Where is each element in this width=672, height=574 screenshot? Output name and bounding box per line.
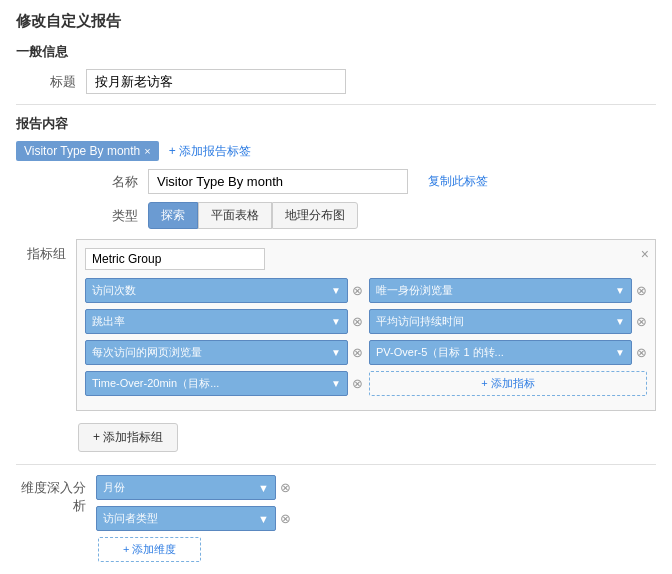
dim-remove-0[interactable]: ⊗ [280,480,291,495]
divider-1 [16,104,656,105]
metric-item-3: 平均访问持续时间 ▼ ⊗ [369,309,647,334]
metric-remove-4[interactable]: ⊗ [352,345,363,360]
name-label: 名称 [78,173,138,191]
metric-group-name-input[interactable] [85,248,265,270]
chevron-down-icon: ▼ [615,285,625,296]
add-metric-cell: + 添加指标 [369,371,647,396]
type-label: 类型 [78,207,138,225]
dim-select-0[interactable]: 月份 ▼ [96,475,276,500]
name-input[interactable] [148,169,408,194]
metric-remove-1[interactable]: ⊗ [636,283,647,298]
name-row: 名称 复制此标签 [78,169,656,194]
metric-remove-5[interactable]: ⊗ [636,345,647,360]
metric-group-box: × 访问次数 ▼ ⊗ 唯一身份浏览量 ▼ [76,239,656,411]
title-label: 标题 [16,73,76,91]
metric-group-close-icon[interactable]: × [641,246,649,262]
general-section-title: 一般信息 [16,43,656,61]
tab-tag-label: Visitor Type By month [24,144,140,158]
add-dim-row: + 添加维度 [96,537,656,562]
type-btn-1[interactable]: 平面表格 [198,202,272,229]
page-title: 修改自定义报告 [16,12,656,31]
dim-remove-1[interactable]: ⊗ [280,511,291,526]
dim-row-1: 访问者类型 ▼ ⊗ [96,506,656,531]
metric-select-2[interactable]: 跳出率 ▼ [85,309,348,334]
metric-select-6[interactable]: Time-Over-20min（目标... ▼ [85,371,348,396]
metric-item-6: Time-Over-20min（目标... ▼ ⊗ [85,371,363,396]
tab-tag[interactable]: Visitor Type By month × [16,141,159,161]
copy-link[interactable]: 复制此标签 [428,173,488,190]
metric-remove-3[interactable]: ⊗ [636,314,647,329]
metric-item-1: 唯一身份浏览量 ▼ ⊗ [369,278,647,303]
report-content-section: 报告内容 Visitor Type By month × + 添加报告标签 名称… [16,115,656,574]
type-btn-0[interactable]: 探索 [148,202,198,229]
add-tag-link[interactable]: + 添加报告标签 [169,143,251,160]
metric-select-3[interactable]: 平均访问持续时间 ▼ [369,309,632,334]
dim-row-0: 月份 ▼ ⊗ [96,475,656,500]
metric-remove-2[interactable]: ⊗ [352,314,363,329]
add-metric-button[interactable]: + 添加指标 [369,371,647,396]
type-row: 类型 探索 平面表格 地理分布图 [78,202,656,229]
metric-item-4: 每次访问的网页浏览量 ▼ ⊗ [85,340,363,365]
metric-item-0: 访问次数 ▼ ⊗ [85,278,363,303]
add-dim-button[interactable]: + 添加维度 [98,537,201,562]
metric-remove-0[interactable]: ⊗ [352,283,363,298]
report-content-title: 报告内容 [16,115,656,133]
chevron-down-icon: ▼ [258,482,269,494]
metric-remove-6[interactable]: ⊗ [352,376,363,391]
title-input[interactable] [86,69,346,94]
type-buttons: 探索 平面表格 地理分布图 [148,202,358,229]
chevron-down-icon: ▼ [331,316,341,327]
chevron-down-icon: ▼ [331,285,341,296]
page-container: 修改自定义报告 一般信息 标题 报告内容 Visitor Type By mon… [0,0,672,574]
chevron-down-icon: ▼ [331,378,341,389]
type-btn-2[interactable]: 地理分布图 [272,202,358,229]
metric-grid: 访问次数 ▼ ⊗ 唯一身份浏览量 ▼ ⊗ [85,278,647,396]
metric-select-5[interactable]: PV-Over-5（目标 1 的转... ▼ [369,340,632,365]
metric-select-4[interactable]: 每次访问的网页浏览量 ▼ [85,340,348,365]
metric-item-5: PV-Over-5（目标 1 的转... ▼ ⊗ [369,340,647,365]
chevron-down-icon: ▼ [615,347,625,358]
add-metric-group-row: + 添加指标组 [78,423,656,452]
dim-select-1[interactable]: 访问者类型 ▼ [96,506,276,531]
dim-content: 月份 ▼ ⊗ 访问者类型 ▼ ⊗ + 添加维度 [96,475,656,568]
metric-section: 指标组 × 访问次数 ▼ ⊗ 唯一身份浏览量 [16,239,656,411]
tab-close-icon[interactable]: × [144,145,150,157]
chevron-down-icon: ▼ [258,513,269,525]
metric-select-0[interactable]: 访问次数 ▼ [85,278,348,303]
tabs-row: Visitor Type By month × + 添加报告标签 [16,141,656,161]
chevron-down-icon: ▼ [331,347,341,358]
dim-label: 维度深入分析 [16,475,86,515]
title-row: 标题 [16,69,656,94]
divider-2 [16,464,656,465]
metric-label: 指标组 [16,239,66,263]
dimension-section: 维度深入分析 月份 ▼ ⊗ 访问者类型 ▼ ⊗ + [16,475,656,568]
metric-item-2: 跳出率 ▼ ⊗ [85,309,363,334]
add-metric-group-button[interactable]: + 添加指标组 [78,423,178,452]
metric-select-1[interactable]: 唯一身份浏览量 ▼ [369,278,632,303]
chevron-down-icon: ▼ [615,316,625,327]
